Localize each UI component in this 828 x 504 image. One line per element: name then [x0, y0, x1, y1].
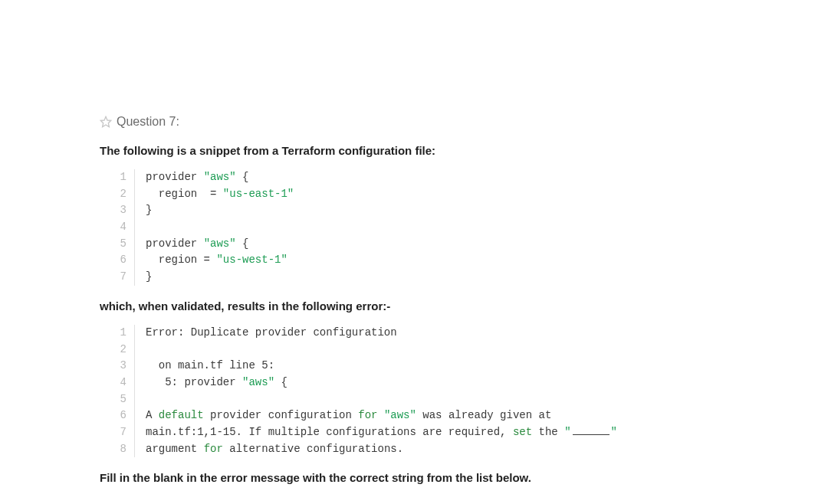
- code-line: 8argument for alternative configurations…: [115, 441, 728, 458]
- line-content: provider "aws" {: [135, 169, 248, 186]
- line-number: 1: [115, 169, 135, 186]
- code-line: 4: [115, 219, 728, 236]
- line-content: main.tf:1,1-15. If multiple configuratio…: [135, 424, 617, 441]
- code-line: 3}: [115, 202, 728, 219]
- line-content: A default provider configuration for "aw…: [135, 407, 551, 424]
- line-number: 7: [115, 424, 135, 441]
- code-line: 5provider "aws" {: [115, 236, 728, 253]
- star-icon: [100, 116, 112, 128]
- code-line: 3 on main.tf line 5:: [115, 358, 728, 375]
- line-number: 1: [115, 325, 135, 342]
- code-block-error: 1Error: Duplicate provider configuration…: [115, 325, 728, 458]
- line-number: 2: [115, 342, 135, 358]
- code-line: 7main.tf:1,1-15. If multiple configurati…: [115, 424, 728, 441]
- line-content: argument for alternative configurations.: [135, 441, 403, 458]
- code-line: 2: [115, 342, 728, 358]
- code-line: 2 region = "us-east-1": [115, 186, 728, 203]
- line-content: }: [135, 269, 152, 286]
- code-line: 6 region = "us-west-1": [115, 252, 728, 269]
- code-line: 7}: [115, 269, 728, 286]
- code-line: 4 5: provider "aws" {: [115, 375, 728, 391]
- line-content: Error: Duplicate provider configuration: [135, 325, 397, 342]
- code-line: 5: [115, 391, 728, 408]
- line-content: region = "us-east-1": [135, 186, 294, 203]
- line-number: 6: [115, 407, 135, 424]
- final-text: Fill in the blank in the error message w…: [100, 471, 728, 484]
- line-number: 4: [115, 375, 135, 391]
- line-number: 8: [115, 441, 135, 458]
- line-number: 3: [115, 358, 135, 375]
- line-content: }: [135, 202, 152, 219]
- line-content: region = "us-west-1": [135, 252, 288, 269]
- line-number: 5: [115, 391, 135, 408]
- line-number: 3: [115, 202, 135, 219]
- line-content: provider "aws" {: [135, 236, 248, 253]
- code-block-config: 1provider "aws" {2 region = "us-east-1"3…: [115, 169, 728, 286]
- line-number: 5: [115, 236, 135, 253]
- fill-blank: [573, 425, 610, 435]
- intro-text: The following is a snippet from a Terraf…: [100, 144, 728, 157]
- question-header: Question 7:: [100, 115, 728, 129]
- code-line: 1Error: Duplicate provider configuration: [115, 325, 728, 342]
- code-line: 6A default provider configuration for "a…: [115, 407, 728, 424]
- line-number: 7: [115, 269, 135, 286]
- middle-text: which, when validated, results in the fo…: [100, 299, 728, 313]
- line-content: 5: provider "aws" {: [135, 375, 288, 391]
- line-number: 4: [115, 219, 135, 236]
- line-number: 6: [115, 252, 135, 269]
- line-number: 2: [115, 186, 135, 203]
- question-label: Question 7:: [117, 115, 179, 129]
- code-line: 1provider "aws" {: [115, 169, 728, 186]
- svg-marker-0: [100, 116, 110, 126]
- line-content: on main.tf line 5:: [135, 358, 274, 375]
